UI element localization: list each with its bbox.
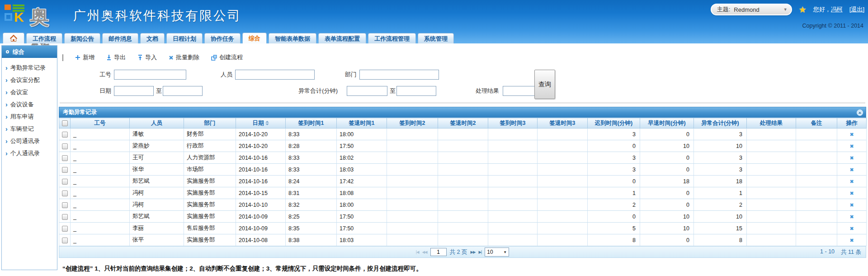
nav-tab[interactable]: 协作任务 bbox=[204, 33, 241, 43]
query-button[interactable]: 查询 bbox=[534, 70, 555, 99]
column-header[interactable]: 处理结果 bbox=[747, 118, 796, 128]
delete-row-button[interactable]: ✖ bbox=[849, 190, 854, 196]
last-page-icon[interactable]: ▶| bbox=[479, 250, 482, 254]
cell-remark bbox=[796, 140, 837, 152]
column-header[interactable]: 签到时间1 bbox=[286, 118, 337, 128]
column-header[interactable]: 工号 bbox=[71, 118, 130, 128]
nav-tab[interactable]: 工作流程 bbox=[26, 33, 62, 43]
delete-row-button[interactable]: ✖ bbox=[849, 214, 854, 219]
chevron-right-icon: › bbox=[5, 150, 8, 157]
sidebar-item[interactable]: ›个人通讯录 bbox=[2, 147, 57, 159]
cell-date: 2014-10-15 bbox=[236, 187, 286, 199]
username-link[interactable]: 冯柯 bbox=[831, 6, 843, 13]
delete-row-button[interactable]: ✖ bbox=[849, 155, 854, 161]
cell-person: 张平 bbox=[130, 234, 184, 246]
next-page-icon[interactable]: ▶▶ bbox=[470, 250, 475, 254]
select-all-header[interactable] bbox=[59, 118, 71, 128]
date-from-input[interactable] bbox=[114, 86, 154, 96]
row-checkbox[interactable] bbox=[62, 132, 68, 138]
row-checkbox[interactable] bbox=[62, 202, 68, 208]
cell-employee-id: _ bbox=[71, 152, 130, 164]
column-header[interactable]: 人员 bbox=[130, 118, 184, 128]
nav-tab[interactable]: 智能表单数据 bbox=[269, 33, 316, 43]
column-header[interactable]: 签退时间2 bbox=[438, 118, 488, 128]
cell-in1: 8:25 bbox=[286, 211, 337, 223]
delete-row-button[interactable]: ✖ bbox=[849, 179, 854, 184]
nav-tab[interactable]: 文档 bbox=[140, 33, 165, 43]
row-checkbox[interactable] bbox=[62, 167, 68, 173]
cell-remark bbox=[796, 128, 837, 140]
sidebar-item-label: 会议室 bbox=[10, 88, 28, 96]
department-input[interactable] bbox=[359, 70, 439, 80]
column-header[interactable]: 迟到时间(分钟) bbox=[588, 118, 640, 128]
column-header[interactable]: 备注 bbox=[796, 118, 837, 128]
row-checkbox[interactable] bbox=[62, 143, 68, 149]
nav-tab[interactable]: 邮件消息 bbox=[102, 33, 138, 43]
row-checkbox[interactable] bbox=[62, 214, 68, 220]
nav-tab[interactable]: 系统管理 bbox=[418, 33, 454, 43]
logo-blue-block bbox=[5, 13, 12, 21]
delete-row-button[interactable]: ✖ bbox=[849, 226, 854, 231]
cell-out2 bbox=[438, 223, 488, 234]
prev-page-icon[interactable]: ◀◀ bbox=[422, 250, 427, 254]
column-header[interactable]: 签到时间3 bbox=[488, 118, 538, 128]
sidebar-item[interactable]: ›考勤异常记录 bbox=[2, 62, 57, 74]
row-checkbox[interactable] bbox=[62, 226, 68, 232]
sidebar-item[interactable]: ›用车申请 bbox=[2, 110, 57, 123]
nav-tab[interactable]: 综合 bbox=[242, 33, 267, 43]
home-tab[interactable] bbox=[3, 33, 24, 43]
nav-tab[interactable]: 新闻公告 bbox=[64, 33, 100, 43]
date-to-input[interactable] bbox=[163, 86, 203, 96]
cell-employee-id: _ bbox=[71, 199, 130, 211]
sidebar-item[interactable]: ›会议设备 bbox=[2, 98, 57, 110]
page-number-input[interactable] bbox=[430, 248, 447, 256]
column-header[interactable]: 日期 bbox=[236, 118, 286, 128]
cell-in1: 8:38 bbox=[286, 234, 337, 246]
row-checkbox[interactable] bbox=[62, 155, 68, 161]
page-size-select[interactable]: 10 ▼ bbox=[485, 247, 509, 257]
row-checkbox[interactable] bbox=[62, 238, 68, 243]
sidebar-item[interactable]: ›会议室分配 bbox=[2, 74, 57, 86]
nav-tab[interactable]: 表单流程配置 bbox=[318, 33, 366, 43]
nav-tab[interactable]: 日程计划 bbox=[166, 33, 203, 43]
delete-row-button[interactable]: ✖ bbox=[849, 132, 854, 137]
total-to-input[interactable] bbox=[396, 86, 436, 96]
cell-out3 bbox=[538, 140, 588, 152]
delete-row-button[interactable]: ✖ bbox=[849, 238, 854, 243]
sidebar-item-label: 会议设备 bbox=[10, 100, 34, 109]
column-header-label: 部门 bbox=[204, 120, 216, 126]
sidebar-item[interactable]: ›会议室 bbox=[2, 86, 57, 98]
favorites-star-icon[interactable]: ★ bbox=[799, 5, 807, 15]
collapse-panel-icon[interactable] bbox=[857, 109, 863, 116]
column-header[interactable]: 部门 bbox=[184, 118, 236, 128]
column-header-label: 签退时间3 bbox=[550, 120, 576, 126]
column-header[interactable]: 早退时间(分钟) bbox=[640, 118, 694, 128]
delete-row-button[interactable]: ✖ bbox=[849, 202, 854, 208]
row-action-cell: ✖ bbox=[837, 140, 867, 152]
sidebar-item[interactable]: ›公司通讯录 bbox=[2, 135, 57, 147]
cell-early: 10 bbox=[640, 211, 694, 223]
logo-green-bar bbox=[13, 5, 24, 6]
cell-in3 bbox=[488, 176, 538, 187]
column-header[interactable]: 签到时间2 bbox=[387, 118, 438, 128]
employee-id-input[interactable] bbox=[114, 70, 186, 80]
theme-select[interactable]: 主题: Redmond ▼ bbox=[711, 4, 792, 15]
delete-row-button[interactable]: ✖ bbox=[849, 167, 854, 172]
row-checkbox[interactable] bbox=[62, 179, 68, 185]
cell-employee-id: _ bbox=[71, 234, 130, 246]
nav-tab[interactable]: 工作流程管理 bbox=[368, 33, 416, 43]
column-header[interactable]: 签退时间1 bbox=[337, 118, 387, 128]
total-from-input[interactable] bbox=[347, 86, 387, 96]
cell-out1: 18:02 bbox=[337, 152, 387, 164]
sidebar-item[interactable]: ›车辆登记 bbox=[2, 123, 57, 135]
select-all-checkbox[interactable] bbox=[62, 120, 68, 126]
logout-link[interactable]: [退出] bbox=[849, 5, 864, 14]
column-header[interactable]: 签退时间3 bbox=[538, 118, 588, 128]
first-page-icon[interactable]: |◀ bbox=[416, 250, 419, 254]
row-checkbox[interactable] bbox=[62, 190, 68, 196]
table-row: _郑艺斌实施服务部2014-10-168:2417:4201818✖ bbox=[59, 176, 867, 187]
delete-row-button[interactable]: ✖ bbox=[849, 143, 854, 149]
person-input[interactable] bbox=[235, 70, 315, 80]
column-header[interactable]: 异常合计(分钟) bbox=[694, 118, 747, 128]
column-header[interactable]: 操作 bbox=[837, 118, 867, 128]
